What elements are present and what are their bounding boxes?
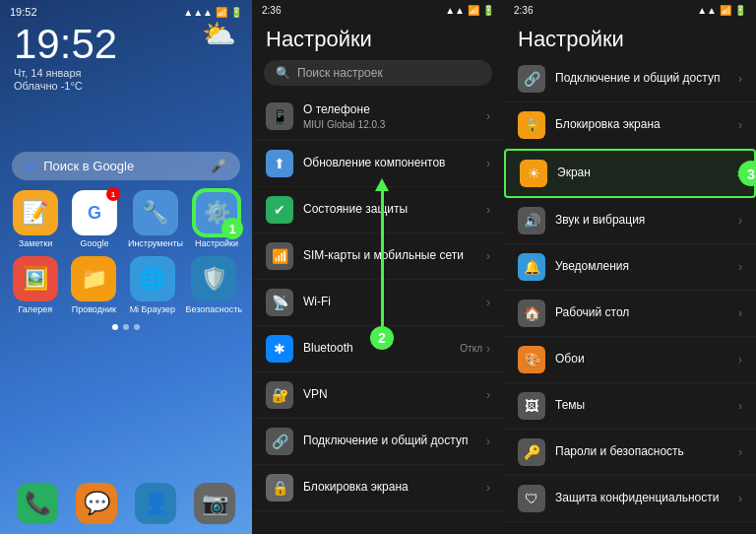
protect-icon: ✔ [266, 196, 293, 224]
settings-item-sharing[interactable]: 🔗 Подключение и общий доступ › [252, 419, 504, 465]
detail-wallpaper-icon: 🎨 [518, 346, 545, 373]
lock-label: Блокировка экрана [303, 480, 486, 496]
settings-detail-panel: 2:36 ▲▲ 📶 🔋 Настройки 🔗 Подключение и об… [504, 0, 756, 534]
settings-panel-title: Настройки [252, 21, 504, 56]
detail-item-privacy[interactable]: 🛡 Защита конфиденциальности › [504, 476, 756, 522]
camera-icon: 📷 [194, 483, 235, 524]
app-google[interactable]: G 1 Google [69, 190, 120, 248]
wifi-icon-2: 📶 [468, 5, 479, 16]
detail-panel-title: Настройки [504, 21, 756, 56]
detail-lock-chevron: › [738, 118, 742, 132]
app-zaметки[interactable]: 📝 Заметки [10, 190, 61, 248]
settings-item-vpn[interactable]: 🔐 VPN › [252, 372, 504, 419]
update-chevron: › [486, 157, 490, 170]
detail-themes-text: Темы [555, 398, 738, 414]
dock-contacts[interactable]: 👤 [135, 483, 176, 524]
detail-themes-label: Темы [555, 398, 738, 414]
dock-messages[interactable]: 💬 [76, 483, 117, 524]
mic-icon[interactable]: 🎤 [211, 159, 226, 173]
sharing-icon: 🔗 [266, 428, 293, 455]
page-dots [0, 324, 252, 330]
home-status-time: 19:52 [10, 6, 37, 18]
battery-icon-2: 🔋 [482, 5, 494, 16]
lock-icon: 🔒 [266, 474, 293, 501]
detail-privacy-text: Защита конфиденциальности [555, 491, 738, 506]
settings-search-bar[interactable]: 🔍 Поиск настроек [264, 60, 492, 86]
instruments-label: Инструменты [128, 238, 183, 248]
detail-notifications-label: Уведомления [555, 259, 738, 275]
detail-passwords-chevron: › [738, 445, 742, 459]
google-search-bar[interactable]: G Поиск в Google 🎤 [12, 152, 240, 180]
home-status-bar: 19:52 ▲▲▲ 📶 🔋 [0, 0, 252, 20]
settings-item-bluetooth[interactable]: ✱ Bluetooth Откл › 2 [252, 326, 504, 372]
app-browser[interactable]: 🌐 Mi Браузер [127, 256, 178, 314]
detail-sharing-icon: 🔗 [518, 65, 545, 93]
gallery-label: Галерея [19, 304, 53, 314]
files-icon: 📁 [71, 256, 116, 301]
google-g-icon: G [26, 159, 35, 173]
detail-item-passwords[interactable]: 🔑 Пароли и безопасность › [504, 430, 756, 476]
home-date: Чт, 14 января [0, 65, 252, 79]
detail-item-notifications[interactable]: 🔔 Уведомления › [504, 244, 756, 291]
wifi-chevron: › [486, 296, 490, 309]
app-settings[interactable]: ⚙️ 1 Настройки [191, 190, 242, 248]
app-security[interactable]: 🛡️ Безопасность [186, 256, 242, 314]
bluetooth-chevron: › [486, 342, 490, 356]
about-text: О телефоне MIUI Global 12.0.3 [303, 102, 486, 131]
protect-text: Состояние защиты [303, 202, 486, 218]
home-status-icons: ▲▲▲ 📶 🔋 [183, 7, 242, 18]
bluetooth-icon: ✱ [266, 335, 293, 363]
wifi-icon: 📡 [266, 289, 293, 316]
detail-screen-label: Экран [557, 166, 736, 181]
detail-privacy-label: Защита конфиденциальности [555, 491, 738, 506]
detail-item-sharing[interactable]: 🔗 Подключение и общий доступ › [504, 56, 756, 102]
detail-desktop-label: Рабочий стол [555, 305, 738, 321]
app-instruments[interactable]: 🔧 Инструменты [128, 190, 183, 248]
detail-wallpaper-text: Обои [555, 352, 738, 367]
settings-item-about[interactable]: 📱 О телефоне MIUI Global 12.0.3 › [252, 94, 504, 141]
detail-item-sound[interactable]: 🔊 Звук и вибрация › [504, 198, 756, 244]
sim-text: SIM-карты и мобильные сети [303, 248, 486, 264]
google-badge: 1 [106, 187, 120, 201]
detail-item-themes[interactable]: 🖼 Темы › [504, 383, 756, 430]
detail-item-wallpaper[interactable]: 🎨 Обои › [504, 337, 756, 383]
protect-label: Состояние защиты [303, 202, 486, 218]
app-grid-row1: 📝 Заметки G 1 Google 🔧 Инструменты ⚙️ 1 … [0, 190, 252, 248]
step2-arrow-container: 2 [370, 188, 394, 350]
detail-item-screen[interactable]: ☀ Экран › 3 [504, 149, 756, 198]
sim-icon: 📶 [266, 242, 293, 270]
detail-item-desktop[interactable]: 🏠 Рабочий стол › [504, 291, 756, 337]
detail-status-bar: 2:36 ▲▲ 📶 🔋 [504, 0, 756, 21]
detail-themes-chevron: › [738, 399, 742, 413]
app-files[interactable]: 📁 Проводник [69, 256, 120, 314]
signal-icon-2: ▲▲ [445, 5, 465, 16]
detail-wallpaper-label: Обои [555, 352, 738, 367]
detail-sound-icon: 🔊 [518, 207, 545, 234]
vpn-chevron: › [486, 388, 490, 402]
zaметки-label: Заметки [19, 238, 52, 248]
dot-1 [112, 324, 118, 330]
cloud-weather-icon: ⛅ [202, 18, 236, 50]
app-gallery[interactable]: 🖼️ Галерея [10, 256, 61, 314]
settings-item-lock[interactable]: 🔒 Блокировка экрана › [252, 465, 504, 511]
settings-status-bar: 2:36 ▲▲ 📶 🔋 [252, 0, 504, 21]
vpn-icon: 🔐 [266, 381, 293, 409]
settings-status-time: 2:36 [262, 5, 281, 16]
detail-desktop-icon: 🏠 [518, 300, 545, 327]
update-label: Обновление компонентов [303, 156, 486, 171]
lock-text: Блокировка экрана [303, 480, 486, 496]
detail-privacy-icon: 🛡 [518, 485, 545, 512]
app-grid-row2: 🖼️ Галерея 📁 Проводник 🌐 Mi Браузер 🛡️ Б… [0, 256, 252, 314]
detail-status-icons: ▲▲ 📶 🔋 [697, 5, 746, 16]
step-3-circle: 3 [738, 161, 756, 186]
google-icon: G 1 [72, 190, 117, 235]
detail-screen-text: Экран [557, 166, 736, 181]
detail-desktop-chevron: › [738, 306, 742, 320]
browser-label: Mi Браузер [130, 304, 175, 314]
detail-item-lockscreen[interactable]: 🔒 Блокировка экрана › [504, 102, 756, 149]
wifi-icon-3: 📶 [720, 5, 731, 16]
detail-passwords-label: Пароли и безопасность [555, 444, 738, 460]
files-label: Проводник [72, 304, 116, 314]
dock-phone[interactable]: 📞 [17, 483, 58, 524]
dock-camera[interactable]: 📷 [194, 483, 235, 524]
